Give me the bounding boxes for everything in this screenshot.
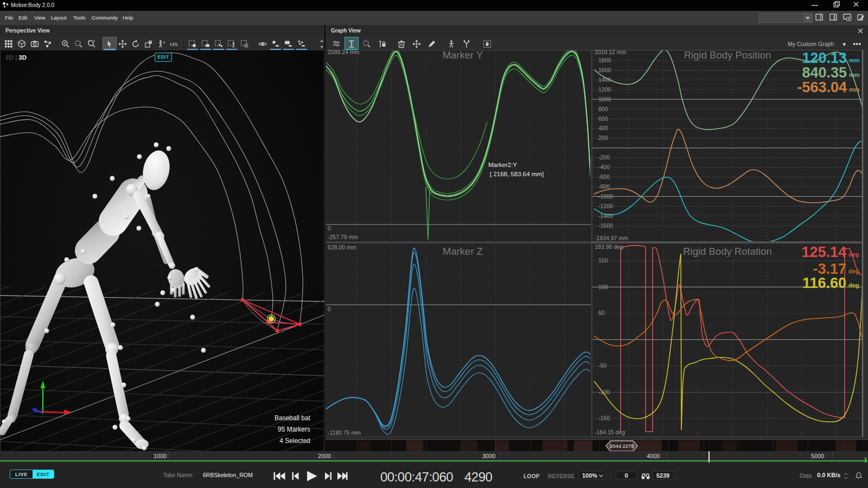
svg-text:mm: mm [849,57,860,63]
svg-text:120.13: 120.13 [802,50,847,66]
svg-text:-100: -100 [598,389,610,395]
svg-text:1000: 1000 [598,96,611,102]
svg-text:0: 0 [328,306,331,312]
svg-text:Rigid Body Position: Rigid Body Position [684,50,771,61]
svg-text:-150: -150 [598,415,610,421]
svg-text:-200: -200 [598,154,610,160]
svg-text:0: 0 [328,225,331,232]
svg-text:150: 150 [598,257,608,264]
svg-text:mm: mm [849,86,860,93]
svg-text:2089.24 mm: 2089.24 mm [328,50,360,55]
svg-text:-600: -600 [598,174,610,180]
svg-text:[ 2168, 583.64 mm]: [ 2168, 583.64 mm] [490,171,544,177]
svg-text:deg: deg [848,282,859,288]
svg-text:116.60: 116.60 [802,275,846,291]
svg-text:Marker Y: Marker Y [443,50,483,61]
svg-text:840.35: 840.35 [802,65,847,81]
svg-text:-1000: -1000 [598,193,613,200]
svg-text:125.14: 125.14 [801,244,846,260]
svg-text:LCL: LCL [170,42,178,47]
svg-text:Marker Z: Marker Z [443,246,483,257]
svg-text:1600: 1600 [598,67,611,73]
svg-text:2044: 2044 [610,443,621,449]
svg-text:1200: 1200 [598,86,611,93]
svg-text:mm: mm [849,72,860,78]
svg-text:deg: deg [848,251,859,258]
svg-text:-184.15 deg: -184.15 deg [595,429,625,435]
svg-text:600: 600 [598,115,608,122]
svg-text:-1200: -1200 [598,203,613,209]
svg-text:-257.79 mm: -257.79 mm [328,234,358,240]
svg-text:-1180.75 mm: -1180.75 mm [328,429,361,436]
svg-text:-1934.97 mm: -1934.97 mm [595,235,628,241]
svg-text:528.00 mm: 528.00 mm [328,244,356,251]
svg-text:200: 200 [598,134,608,141]
svg-text:800: 800 [598,106,608,112]
svg-text:-1400: -1400 [598,213,613,219]
svg-text:deg: deg [848,268,859,274]
svg-text:Marker2:Y: Marker2:Y [488,162,517,168]
svg-text:-50: -50 [598,362,607,369]
svg-text:100: 100 [598,284,608,290]
svg-text:1800: 1800 [598,57,611,63]
svg-text:Rigid Body Rotation: Rigid Body Rotation [683,246,772,257]
svg-text:2278: 2278 [622,443,634,449]
svg-text:2019.12 mm: 2019.12 mm [595,50,627,55]
svg-text:-800: -800 [598,183,610,190]
svg-text:400: 400 [598,125,608,131]
svg-text:183.98 deg: 183.98 deg [595,243,623,250]
svg-text:50: 50 [598,310,605,316]
svg-text:-400: -400 [598,164,610,170]
svg-text:-563.04: -563.04 [797,79,847,95]
svg-text:1400: 1400 [598,76,611,83]
svg-text:-1600: -1600 [598,222,613,229]
